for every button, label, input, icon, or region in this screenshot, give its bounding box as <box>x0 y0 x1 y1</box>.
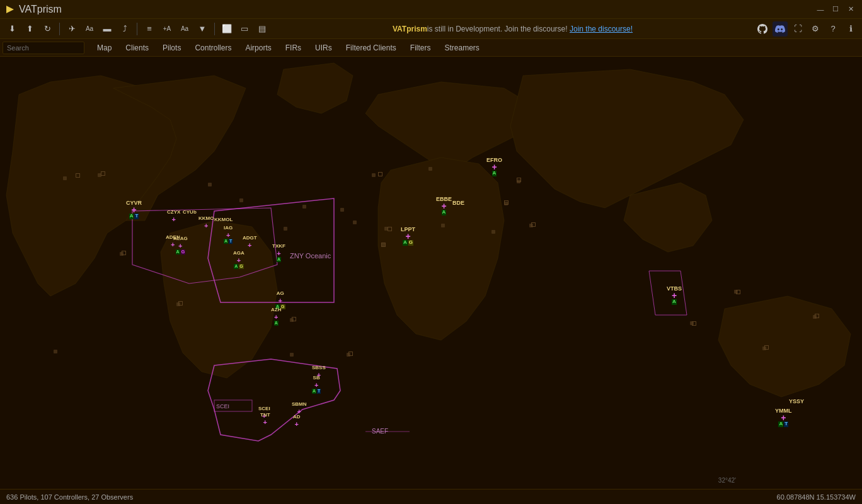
upload-button[interactable]: ⬆ <box>21 21 38 37</box>
svg-rect-15 <box>54 350 57 353</box>
discord-link[interactable]: Join the discourse! <box>570 25 633 33</box>
github-icon[interactable] <box>755 21 770 37</box>
status-text: is still in Development. Join the discou… <box>427 25 568 33</box>
label-button[interactable]: Aa <box>176 21 193 37</box>
marker-EFRO[interactable]: EFRO + A <box>486 158 502 176</box>
marker-TNT[interactable]: TNT + <box>260 413 270 426</box>
nav-map[interactable]: Map <box>91 42 118 54</box>
status-message: VATprism is still in Development. Join t… <box>272 25 754 33</box>
world-map-svg <box>0 57 862 489</box>
marker-SA-B[interactable]: SB + A T <box>312 375 321 394</box>
small-airport-dot <box>692 321 696 326</box>
toolbar-sep-1 <box>59 23 60 35</box>
small-airport-dot <box>381 243 386 247</box>
nav-pilots[interactable]: Pilots <box>156 42 187 54</box>
svg-rect-21 <box>208 183 212 186</box>
menu-button[interactable]: ≡ <box>141 21 158 37</box>
marker-VTBS[interactable]: VTBS + A <box>667 286 682 305</box>
titlebar: VATprism — ☐ ✕ <box>0 0 862 19</box>
marker-cluster-1[interactable]: CZYX + <box>167 210 180 223</box>
navbar: Map Clients Pilots Controllers Airports … <box>0 39 862 57</box>
layers-button[interactable]: ▤ <box>254 21 270 37</box>
svg-rect-27 <box>428 167 432 171</box>
nav-uirs[interactable]: UIRs <box>309 42 338 54</box>
map-area[interactable]: ZNY Oceanic SAEF SCEI CYVR + A T LPPT + … <box>0 57 862 489</box>
toolbar: ⬇ ⬆ ↻ ✈ Aa ▬ ⤴ ≡ +A Aa ▼ ⬜ ▭ ▤ VATprism … <box>0 19 862 39</box>
app-logo-icon <box>5 4 15 14</box>
small-airport-dot <box>736 290 740 294</box>
help-icon[interactable]: ? <box>825 21 841 37</box>
nav-airports[interactable]: Airports <box>239 42 277 54</box>
aircraft-button[interactable]: ✈ <box>64 21 80 37</box>
marker-EBBE[interactable]: EBBE + A <box>436 197 452 215</box>
marker-CYVR[interactable]: CYVR + A T <box>126 200 142 219</box>
marker-SBMN[interactable]: SBMN + <box>292 402 307 415</box>
marker-ALAG2[interactable]: ALAG + A G <box>173 236 188 255</box>
small-airport-dot <box>531 222 536 227</box>
settings-icon[interactable]: ⚙ <box>808 21 823 37</box>
svg-marker-0 <box>6 6 14 13</box>
svg-rect-19 <box>290 353 294 357</box>
small-airport-dot <box>504 200 509 205</box>
svg-rect-4 <box>372 173 376 177</box>
marker-AD[interactable]: AD + <box>293 415 301 428</box>
toolbar-sep-2 <box>137 23 137 35</box>
minimize-button[interactable]: — <box>814 3 827 16</box>
nav-filtered-clients[interactable]: Filtered Clients <box>340 42 403 54</box>
marker-cluster-3[interactable]: KKMO + <box>198 216 214 229</box>
statusbar: 636 Pilots, 107 Controllers, 27 Observer… <box>0 489 862 504</box>
close-button[interactable]: ✕ <box>844 3 857 16</box>
rect-button[interactable]: ▭ <box>236 21 253 37</box>
svg-rect-24 <box>302 205 306 209</box>
small-airport-dot <box>764 345 769 350</box>
svg-rect-25 <box>340 208 344 212</box>
marker-IAG[interactable]: IAG + A T <box>224 226 233 244</box>
ruler-button[interactable]: ▬ <box>99 21 115 37</box>
small-airport-dot <box>101 171 105 176</box>
nav-streamers[interactable]: Streamers <box>438 42 485 54</box>
marker-LPPT[interactable]: LPPT + A G <box>401 227 415 246</box>
marker-cluster-4[interactable]: KKMOL <box>214 217 233 223</box>
small-airport-dot <box>292 317 296 321</box>
small-airport-dot <box>378 172 382 176</box>
marker-YMML[interactable]: YMML + A T <box>775 408 792 427</box>
pin-button[interactable]: +A <box>159 21 175 37</box>
marker-ADGT2[interactable]: ADGT + <box>243 236 257 249</box>
small-airport-dot <box>122 251 126 255</box>
nav-controllers[interactable]: Controllers <box>188 42 238 54</box>
info-icon[interactable]: ℹ <box>843 21 858 37</box>
coordinate-display: 60.087848N 15.153734W <box>777 493 856 501</box>
marker-BDE[interactable]: BDE <box>452 200 464 207</box>
nav-firs[interactable]: FIRs <box>279 42 307 54</box>
marker-YSSY[interactable]: YSSY <box>789 399 804 405</box>
small-airport-dot <box>178 301 183 306</box>
svg-rect-26 <box>353 220 357 224</box>
marker-AZH[interactable]: AZH + A <box>271 307 281 326</box>
filter-button[interactable]: ▼ <box>194 21 210 37</box>
nav-filters[interactable]: Filters <box>404 42 437 54</box>
search-input[interactable] <box>3 42 84 54</box>
toolbar-sep-3 <box>214 23 215 35</box>
marker-cluster-2[interactable]: CYUb <box>183 210 197 215</box>
svg-rect-2 <box>63 176 67 180</box>
refresh-button[interactable]: ↻ <box>39 21 55 37</box>
scroll-position: 32°42' <box>718 477 736 484</box>
fullscreen-icon[interactable]: ⛶ <box>790 21 805 37</box>
marker-TXKF[interactable]: TXKF + A <box>272 244 285 262</box>
small-airport-dot <box>815 314 819 318</box>
font-size-button[interactable]: Aa <box>81 21 98 37</box>
svg-rect-22 <box>239 198 243 202</box>
svg-rect-6 <box>441 224 445 227</box>
small-airport-dot <box>348 352 353 356</box>
marker-AGA[interactable]: AGA + A G <box>233 251 244 269</box>
titlebar-left: VATprism <box>5 4 62 15</box>
small-airport-dot <box>517 178 521 182</box>
share-button[interactable]: ⤴ <box>117 21 133 37</box>
download-button[interactable]: ⬇ <box>4 21 20 37</box>
app-title: VATprism <box>19 4 62 15</box>
maximize-button[interactable]: ☐ <box>829 3 842 16</box>
nav-clients[interactable]: Clients <box>119 42 155 54</box>
svg-rect-28 <box>491 230 495 234</box>
select-button[interactable]: ⬜ <box>219 21 235 37</box>
discord-icon[interactable] <box>773 21 788 37</box>
